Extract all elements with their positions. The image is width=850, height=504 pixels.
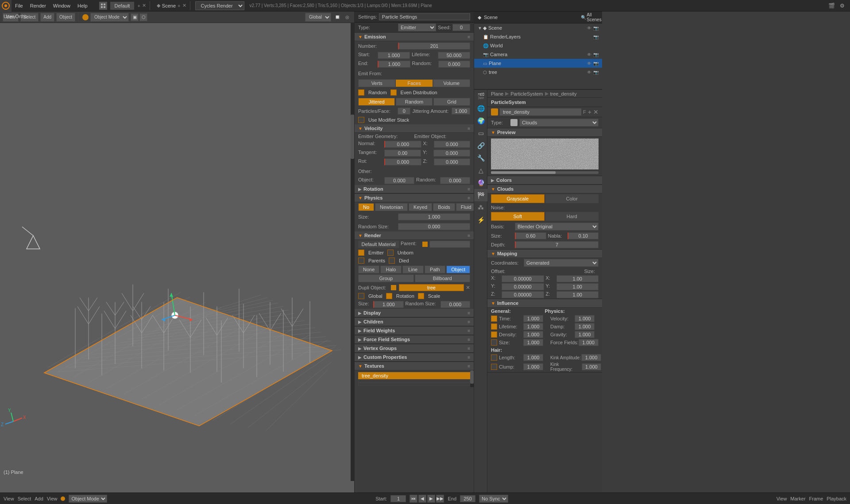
velocity-header[interactable]: ▼ Velocity ≡: [355, 124, 474, 133]
preview-header[interactable]: ▼ Preview: [487, 128, 602, 137]
number-input[interactable]: 201: [398, 42, 470, 50]
seed-input[interactable]: 0: [452, 24, 470, 31]
textures-header[interactable]: ▼ Textures ≡: [355, 362, 474, 370]
depth-input[interactable]: 7: [515, 241, 599, 248]
scale-checkbox[interactable]: [418, 293, 424, 299]
world-props-icon[interactable]: 🌍: [474, 115, 487, 127]
density-value[interactable]: 1.000: [523, 331, 543, 338]
dupli-object-input[interactable]: tree: [399, 284, 464, 291]
hard-btn[interactable]: Hard: [545, 212, 599, 221]
all-scenes-btn[interactable]: All Scenes: [590, 13, 599, 22]
texture-item-empty-2[interactable]: [358, 383, 470, 385]
jitter-amount-input[interactable]: 1.000: [452, 108, 470, 115]
coordinates-dropdown[interactable]: Generated: [524, 259, 599, 267]
type-dropdown[interactable]: Emitter: [398, 23, 436, 31]
close-scene-btn[interactable]: ✕: [182, 3, 186, 8]
physics-fluid-btn[interactable]: Fluid: [456, 203, 474, 211]
size-inf-checkbox[interactable]: [491, 339, 497, 346]
add-scene-btn[interactable]: +: [178, 3, 180, 8]
constraints-props-icon[interactable]: 🔗: [474, 139, 487, 152]
play-btn[interactable]: ▶: [427, 495, 435, 503]
view-wire-btn[interactable]: ⬡: [139, 13, 147, 21]
normal-input[interactable]: 0.000: [384, 141, 421, 148]
parent-input[interactable]: [429, 241, 470, 248]
lifetime-input[interactable]: 50.000: [438, 52, 470, 59]
tree-render-icon[interactable]: 📷: [593, 70, 599, 75]
scene-props-icon[interactable]: 🌐: [474, 102, 487, 115]
bottom-select-btn[interactable]: Select: [18, 496, 31, 501]
texture-name-input[interactable]: tree_density: [500, 108, 581, 115]
menu-file[interactable]: File: [12, 0, 27, 12]
influence-header[interactable]: ▼ Influence: [487, 299, 602, 308]
render-none-btn[interactable]: None: [358, 265, 379, 273]
y-input[interactable]: 0.000: [433, 150, 470, 157]
render-props-icon[interactable]: 🎬: [474, 90, 487, 102]
texture-item-tree-density[interactable]: tree_density: [358, 372, 470, 379]
viewport-canvas[interactable]: X Y Z (1) Plane: [0, 23, 354, 492]
colors-header[interactable]: ▶ Colors: [487, 176, 602, 185]
plane-vis-icon[interactable]: 👁: [587, 61, 591, 66]
field-weights-header[interactable]: ▶ Field Weights ≡: [355, 327, 474, 335]
render-btn[interactable]: 🎬: [827, 1, 836, 10]
emit-volume-btn[interactable]: Volume: [433, 79, 470, 87]
render-size-input[interactable]: 1.000: [373, 301, 404, 308]
z-input[interactable]: 0.000: [434, 158, 471, 165]
z-size-input[interactable]: 1.00: [556, 291, 599, 298]
outliner-world[interactable]: 🌐 World: [474, 41, 602, 50]
density-checkbox[interactable]: [491, 331, 497, 338]
lifetime-checkbox[interactable]: [491, 323, 497, 330]
proportional-btn[interactable]: ◎: [343, 13, 352, 22]
physics-size-input[interactable]: 1.000: [398, 213, 470, 220]
vertex-groups-header[interactable]: ▶ Vertex Groups ≡: [355, 344, 474, 353]
particles-props-icon[interactable]: ⁂: [474, 201, 487, 214]
object-menu-btn[interactable]: Object: [56, 13, 75, 22]
grayscale-btn[interactable]: Grayscale: [491, 194, 545, 203]
material-props-icon[interactable]: 🔮: [474, 177, 487, 189]
kink-freq-value[interactable]: 1.000: [582, 363, 601, 370]
pivot-dropdown[interactable]: Global: [305, 13, 331, 22]
render-engine-dropdown[interactable]: Cycles Render: [195, 1, 244, 10]
custom-properties-header[interactable]: ▶ Custom Properties ≡: [355, 353, 474, 362]
menu-render[interactable]: Render: [27, 0, 50, 12]
force-fields-value[interactable]: 1.000: [579, 339, 599, 346]
grid-btn[interactable]: Grid: [433, 98, 470, 106]
render-billboard-btn[interactable]: Billboard: [415, 274, 471, 282]
physics-no-btn[interactable]: No: [358, 203, 374, 211]
render-halo-btn[interactable]: Halo: [380, 265, 402, 273]
bottom-view-btn[interactable]: View: [4, 496, 14, 501]
add-layout-btn[interactable]: +: [137, 3, 140, 8]
mode-dropdown[interactable]: Object Mode: [90, 13, 129, 22]
texture-item-empty-1[interactable]: [358, 380, 470, 382]
x-input[interactable]: 0.000: [434, 141, 471, 148]
modifier-stack-checkbox[interactable]: [358, 117, 364, 123]
viewport-scrollbar[interactable]: [351, 23, 354, 481]
random-dist-btn[interactable]: Random: [396, 98, 433, 106]
tree-vis-icon[interactable]: 👁: [587, 70, 591, 75]
dupli-clear-btn[interactable]: ✕: [466, 285, 470, 291]
physics-header[interactable]: ▼ Physics ≡: [355, 194, 474, 202]
emit-verts-btn[interactable]: Verts: [358, 79, 395, 87]
size-inf-value[interactable]: 1.000: [523, 339, 543, 346]
textures-scrollbar[interactable]: [470, 370, 474, 387]
bottom-playback-btn[interactable]: Playback: [827, 496, 846, 501]
object-input[interactable]: 0.000: [384, 177, 414, 184]
time-checkbox[interactable]: [491, 315, 497, 322]
object-props-icon[interactable]: ▭: [474, 127, 487, 139]
outliner-tree[interactable]: ⬡ tree 👁 📷: [474, 68, 602, 77]
nabla-input[interactable]: 0.10: [568, 232, 599, 239]
y-offset-input[interactable]: 0.00000: [502, 283, 544, 290]
emitter-checkbox[interactable]: [358, 250, 364, 256]
random-checkbox[interactable]: [358, 89, 364, 96]
modifiers-props-icon[interactable]: 🔧: [474, 152, 487, 164]
material-input[interactable]: Default Material: [358, 241, 399, 248]
unborn-checkbox[interactable]: [387, 250, 394, 256]
particles-face-input[interactable]: 0: [398, 108, 410, 115]
layout-tab[interactable]: Default: [110, 1, 135, 10]
outliner-renderlayers[interactable]: 📋 RenderLayers 📷: [474, 32, 602, 41]
end-frame-input[interactable]: 250: [460, 495, 475, 502]
emit-faces-btn[interactable]: Faces: [395, 79, 433, 87]
emission-header[interactable]: ▼ Emission ≡: [355, 33, 474, 41]
render-path-btn[interactable]: Path: [425, 265, 446, 273]
viewport-3d[interactable]: View Select Add Object Object Mode ▣ ⬡ G…: [0, 12, 354, 492]
z-offset-input[interactable]: 0.00000: [502, 291, 544, 298]
